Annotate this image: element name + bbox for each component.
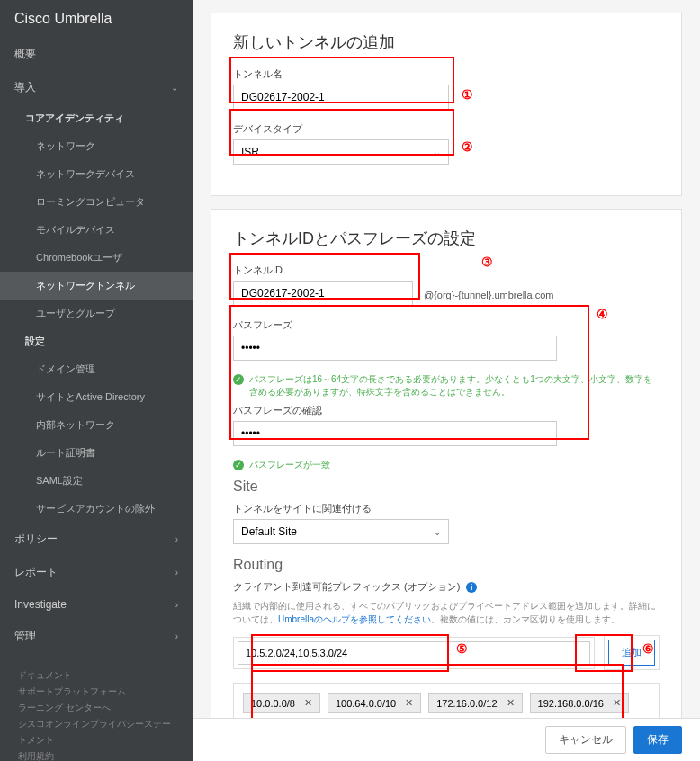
routing-help: 組織で内部的に使用される、すべてのパブリックおよびプライベートアドレス範囲を追加…	[233, 599, 660, 626]
annotation-4: ④	[597, 307, 608, 321]
nav-deploy[interactable]: 導入⌄	[0, 71, 193, 104]
label-tunnel-id: トンネルID	[233, 264, 413, 277]
input-tunnel-id[interactable]	[233, 281, 413, 306]
nav-report[interactable]: レポート›	[0, 556, 193, 589]
footer-support[interactable]: サポートプラットフォーム	[18, 684, 175, 700]
footer-privacy[interactable]: シスコオンラインプライバシーステートメント	[18, 716, 175, 748]
input-prefix[interactable]	[238, 641, 590, 665]
input-passphrase[interactable]	[233, 336, 557, 361]
prefix-tag: 172.16.0.0/12✕	[428, 693, 522, 713]
nav-core-identity: コアアイデンティティ	[0, 104, 193, 132]
chevron-down-icon: ⌄	[434, 527, 441, 537]
info-icon[interactable]: i	[466, 582, 477, 593]
label-passphrase: パスフレーズ	[233, 318, 557, 332]
nav-roaming[interactable]: ローミングコンピュータ	[0, 188, 193, 216]
nav-mobile[interactable]: モバイルデバイス	[0, 216, 193, 244]
label-prefix: クライアント到達可能プレフィックス (オプション) i	[233, 580, 660, 594]
passphrase-hint: パスフレーズは16～64文字の長さである必要があります。少なくとも1つの大文字、…	[249, 373, 660, 398]
annotation-2: ②	[462, 139, 473, 154]
passphrase-match: パスフレーズが一致	[249, 459, 330, 471]
input-tunnel-name[interactable]	[233, 85, 449, 110]
annotation-3: ③	[481, 255, 493, 269]
check-icon: ✓	[233, 460, 244, 470]
close-icon[interactable]: ✕	[405, 697, 413, 709]
check-icon: ✓	[233, 374, 244, 385]
nav-admin[interactable]: 管理›	[0, 620, 193, 653]
prefix-tag: 192.168.0.0/16✕	[530, 693, 629, 713]
chevron-down-icon: ⌄	[434, 148, 441, 157]
annotation-1: ①	[462, 87, 473, 102]
heading-site: Site	[233, 479, 660, 495]
close-icon[interactable]: ✕	[613, 697, 621, 709]
close-icon[interactable]: ✕	[507, 697, 515, 709]
chevron-right-icon: ›	[175, 534, 178, 544]
close-icon[interactable]: ✕	[304, 697, 312, 709]
select-site[interactable]: Default Site ⌄	[233, 519, 449, 544]
card-add-tunnel: 新しいトンネルの追加 トンネル名 デバイスタイプ ISR ⌄ ① ②	[211, 13, 682, 196]
card-tunnel-id-passphrase: トンネルIDとパスフレーズの設定 トンネルID @{org}-{tunnel}.…	[211, 209, 682, 755]
footer-learning[interactable]: ラーニング センターへ	[18, 700, 175, 716]
nav-settings-heading: 設定	[0, 327, 193, 355]
heading-routing: Routing	[233, 557, 660, 573]
save-button[interactable]: 保存	[633, 726, 682, 754]
nav-chromebook[interactable]: Chromebookユーザ	[0, 244, 193, 272]
nav-network-devices[interactable]: ネットワークデバイス	[0, 160, 193, 188]
chevron-right-icon: ›	[175, 568, 178, 577]
sidebar: Cisco Umbrella 概要 導入⌄ コアアイデンティティ ネットワーク …	[0, 0, 193, 761]
annotation-5: ⑤	[456, 641, 468, 656]
prefix-tag: 10.0.0.0/8✕	[243, 693, 320, 713]
nav-overview[interactable]: 概要	[0, 38, 193, 71]
nav-internal-network[interactable]: 内部ネットワーク	[0, 411, 193, 439]
nav-root-cert[interactable]: ルート証明書	[0, 439, 193, 467]
nav-users-groups[interactable]: ユーザとグループ	[0, 300, 193, 327]
brand-title: Cisco Umbrella	[0, 0, 193, 38]
tunnel-id-suffix: @{org}-{tunnel}.umbrella.com	[424, 290, 553, 306]
input-passphrase-confirm[interactable]	[233, 421, 557, 446]
label-device-type: デバイスタイプ	[233, 122, 449, 136]
nav-network-tunnel[interactable]: ネットワークトンネル	[0, 272, 193, 300]
main-content: 新しいトンネルの追加 トンネル名 デバイスタイプ ISR ⌄ ① ② トンネルI…	[193, 0, 700, 761]
label-passphrase-confirm: パスフレーズの確認	[233, 404, 557, 417]
cancel-button[interactable]: キャンセル	[545, 726, 626, 754]
select-device-type[interactable]: ISR ⌄	[233, 139, 449, 165]
prefix-tag: 100.64.0.0/10✕	[328, 693, 421, 713]
nav-investigate[interactable]: Investigate›	[0, 589, 193, 620]
label-site-assoc: トンネルをサイトに関連付ける	[233, 502, 449, 515]
footer-links: ドキュメント サポートプラットフォーム ラーニング センターへ シスコオンライン…	[0, 660, 193, 761]
heading-tunnel-id: トンネルIDとパスフレーズの設定	[233, 228, 660, 249]
footer-terms[interactable]: 利用規約	[18, 748, 175, 761]
footer-docs[interactable]: ドキュメント	[18, 667, 175, 684]
bottom-bar: キャンセル 保存	[193, 718, 700, 761]
nav-domain-mgmt[interactable]: ドメイン管理	[0, 355, 193, 383]
nav-saml[interactable]: SAML設定	[0, 467, 193, 495]
chevron-right-icon: ›	[175, 631, 178, 641]
annotation-6: ⑥	[642, 641, 654, 656]
nav-network[interactable]: ネットワーク	[0, 132, 193, 160]
heading-add-tunnel: 新しいトンネルの追加	[233, 31, 660, 53]
chevron-right-icon: ›	[175, 600, 178, 610]
chevron-down-icon: ⌄	[171, 83, 178, 93]
nav-sites-ad[interactable]: サイトとActive Directory	[0, 383, 193, 411]
nav-service-account[interactable]: サービスアカウントの除外	[0, 495, 193, 523]
nav-policy[interactable]: ポリシー›	[0, 523, 193, 556]
label-tunnel-name: トンネル名	[233, 67, 449, 81]
help-link[interactable]: Umbrellaのヘルプを参照してください	[278, 614, 431, 624]
